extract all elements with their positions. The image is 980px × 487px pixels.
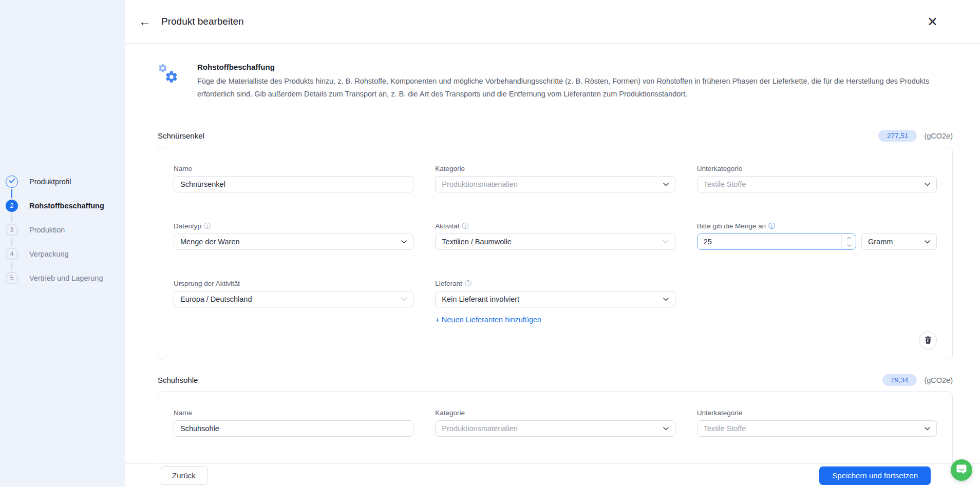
unit-select[interactable]: Gramm: [861, 233, 937, 250]
name-input[interactable]: [174, 420, 413, 437]
chevron-down-icon: [401, 240, 407, 244]
field-label: Bitte gib die Menge an: [697, 222, 766, 230]
field-aktivitaet: Aktivitätⓘ Textilien / Baumwolle: [435, 222, 675, 250]
step-connector: [11, 238, 12, 246]
field-datentyp: Datentypⓘ Menge der Waren: [174, 222, 413, 250]
step-connector: [11, 213, 12, 222]
step-vertrieb-lagerung[interactable]: 5 Vertrieb und Lagerung: [6, 272, 104, 284]
field-label: Kategorie: [435, 409, 675, 417]
save-continue-button[interactable]: Speichern und fortsetzen: [819, 466, 931, 485]
co2-badge: 29,34: [882, 374, 917, 386]
check-icon: [9, 178, 15, 185]
back-arrow-icon[interactable]: ←: [139, 15, 151, 28]
step-done-circle: [6, 176, 18, 188]
section-intro: Rohstoffbeschaffung Füge die Materiallis…: [158, 62, 953, 101]
co2-unit: (gCO2e): [924, 376, 953, 384]
wizard-footer: Zurück Speichern und fortsetzen: [125, 463, 980, 487]
dialog-header: ← Produkt bearbeiten ✕: [125, 0, 980, 44]
wizard-stepper: Produktprofil 2 Rohstoffbeschaffung 3 Pr…: [6, 176, 104, 284]
chat-bubble-icon: [956, 464, 967, 476]
unterkategorie-select[interactable]: Textile Stoffe: [697, 176, 937, 192]
field-lieferant: Lieferantⓘ Kein Lieferant involviert + N…: [435, 280, 675, 324]
chevron-down-icon: [925, 240, 930, 244]
step-number: 4: [6, 248, 18, 260]
ursprung-select[interactable]: Europa / Deutschland: [174, 291, 413, 307]
step-label: Verpackung: [29, 250, 69, 258]
quantity-input[interactable]: [698, 234, 841, 249]
chevron-down-icon: [401, 297, 407, 301]
co2-unit: (gCO2e): [924, 132, 953, 140]
form-content: Rohstoffbeschaffung Füge die Materiallis…: [125, 44, 980, 487]
step-produktion[interactable]: 3 Produktion: [6, 224, 104, 236]
field-label: Datentyp: [174, 222, 201, 230]
name-input[interactable]: [174, 176, 413, 192]
section-header-schnuersenkel: Schnürsenkel 277,51 (gCO2e): [158, 130, 953, 142]
lieferant-select[interactable]: Kein Lieferant involviert: [435, 291, 675, 307]
step-label: Rohstoffbeschaffung: [29, 202, 104, 210]
section-header-schuhsohle: Schuhsohle 29,34 (gCO2e): [158, 374, 953, 386]
field-name: Name: [174, 409, 413, 437]
wizard-sidebar: Produktprofil 2 Rohstoffbeschaffung 3 Pr…: [0, 0, 125, 487]
field-menge: Bitte gib die Menge anⓘ Gramm: [697, 222, 937, 250]
step-verpackung[interactable]: 4 Verpackung: [6, 248, 104, 260]
step-connector: [11, 262, 12, 270]
info-icon[interactable]: ⓘ: [462, 223, 469, 229]
chevron-down-icon: [663, 240, 669, 244]
intro-description: Füge die Materialliste des Produkts hinz…: [197, 75, 937, 101]
field-name: Name: [174, 165, 413, 192]
field-label: Lieferant: [435, 280, 462, 287]
material-title: Schuhsohle: [158, 376, 198, 384]
add-supplier-link[interactable]: + Neuen Lieferanten hinzufügen: [435, 316, 541, 324]
aktivitaet-select[interactable]: Textilien / Baumwolle: [435, 233, 675, 250]
step-connector: [11, 189, 12, 198]
field-label: Unterkategorie: [697, 409, 937, 417]
field-unterkategorie: Unterkategorie Textile Stoffe: [697, 165, 937, 192]
material-title: Schnürsenkel: [158, 131, 204, 140]
delete-material-button[interactable]: [919, 332, 937, 349]
chevron-down-icon: [925, 427, 930, 431]
field-label: Name: [174, 409, 413, 417]
step-rohstoffbeschaffung[interactable]: 2 Rohstoffbeschaffung: [6, 200, 104, 212]
field-label: Kategorie: [435, 165, 675, 172]
step-label: Produktprofil: [29, 178, 71, 186]
step-label: Vertrieb und Lagerung: [29, 274, 103, 282]
step-label: Produktion: [29, 226, 65, 234]
kategorie-select[interactable]: Produktionsmaterialien: [435, 420, 675, 437]
field-kategorie: Kategorie Produktionsmaterialien: [435, 409, 675, 437]
close-icon[interactable]: ✕: [927, 15, 938, 28]
stepper-up-icon[interactable]: [842, 234, 856, 242]
step-produktprofil[interactable]: Produktprofil: [6, 176, 104, 188]
step-number: 2: [6, 200, 18, 212]
material-card-schnuersenkel: Name Kategorie Produktionsmaterialien Un…: [158, 147, 953, 360]
chat-launcher-button[interactable]: [951, 459, 972, 481]
field-label: Ursprung der Aktivität: [174, 280, 413, 287]
chevron-down-icon: [925, 183, 930, 186]
kategorie-select[interactable]: Produktionsmaterialien: [435, 176, 675, 192]
chevron-down-icon: [663, 298, 669, 301]
info-icon[interactable]: ⓘ: [465, 280, 472, 287]
unterkategorie-select[interactable]: Textile Stoffe: [697, 420, 937, 437]
field-ursprung: Ursprung der Aktivität Europa / Deutschl…: [174, 280, 413, 324]
intro-text: Rohstoffbeschaffung Füge die Materiallis…: [197, 62, 937, 101]
field-unterkategorie: Unterkategorie Textile Stoffe: [697, 409, 937, 437]
intro-title: Rohstoffbeschaffung: [197, 63, 937, 71]
field-label: Name: [174, 165, 413, 172]
field-label: Aktivität: [435, 222, 459, 230]
field-label: Unterkategorie: [697, 165, 937, 172]
co2-badge: 277,51: [878, 130, 917, 142]
page-title: Produkt bearbeiten: [161, 16, 244, 27]
gears-icon: [158, 62, 182, 101]
datentyp-select[interactable]: Menge der Waren: [174, 233, 413, 250]
info-icon[interactable]: ⓘ: [768, 223, 775, 229]
stepper-down-icon[interactable]: [842, 242, 856, 250]
trash-icon: [925, 336, 932, 345]
chevron-down-icon: [663, 427, 669, 431]
step-number: 5: [6, 272, 18, 284]
quantity-stepper: [697, 233, 856, 250]
chevron-down-icon: [663, 183, 669, 186]
info-icon[interactable]: ⓘ: [204, 223, 211, 229]
back-button[interactable]: Zurück: [160, 466, 208, 485]
field-kategorie: Kategorie Produktionsmaterialien: [435, 165, 675, 192]
main-panel: ← Produkt bearbeiten ✕ Rohstoffbeschaffu…: [125, 0, 980, 487]
step-number: 3: [6, 224, 18, 236]
